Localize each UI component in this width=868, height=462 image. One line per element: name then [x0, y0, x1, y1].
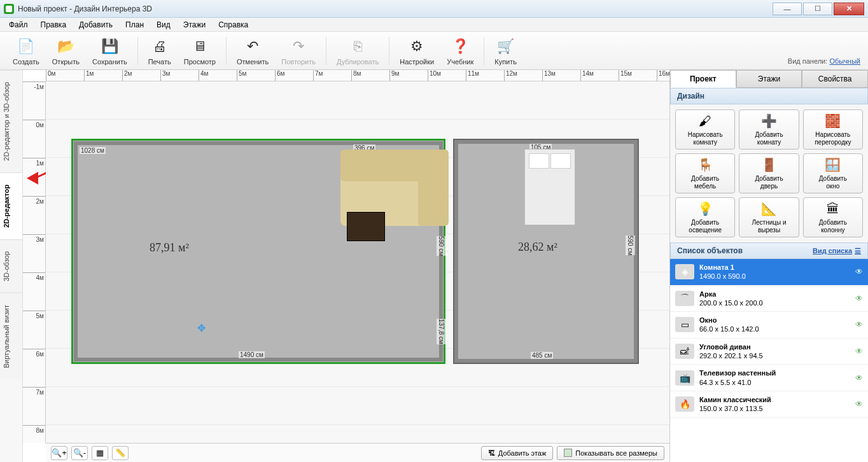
maximize-button[interactable]: ☐ — [803, 3, 832, 15]
tool-icon: ⎘ — [347, 36, 368, 57]
room-1-area: 87,91 м² — [150, 241, 189, 255]
canvas-footer: 🔍+ 🔍- ▦ 📏 🏗 Добавить этаж Показывать все… — [46, 443, 669, 462]
tool-настройки[interactable]: ⚙Настройки — [393, 35, 440, 67]
object-icon: 📺 — [675, 370, 694, 386]
right-tabs: Проект Этажи Свойства — [670, 70, 868, 88]
room-1[interactable]: 87,91 м² ✥ 1028 см 1490 см 137,8 см 590 … — [71, 139, 445, 364]
object-row-2[interactable]: ▭Окно66.0 x 15.0 x 142.0👁 — [670, 312, 868, 339]
app-icon — [4, 4, 14, 14]
design-icon: 🪟 — [823, 157, 843, 173]
tool-учебник[interactable]: ❓Учебник — [440, 35, 480, 67]
close-button[interactable]: ✕ — [834, 3, 864, 15]
zoom-in-button[interactable]: 🔍+ — [51, 446, 67, 460]
tool-icon: 🖨 — [150, 36, 170, 57]
view-tabs: 2D-редактор и 3D-обзор 2D-редактор 3D-об… — [0, 70, 23, 462]
design-btn-2[interactable]: 🧱Нарисоватьперегородку — [803, 109, 863, 150]
tool-купить[interactable]: 🛒Купить — [488, 35, 523, 67]
tool-просмотр[interactable]: 🖥Просмотр — [178, 35, 222, 67]
tool-icon: ↷ — [288, 36, 309, 57]
design-btn-3[interactable]: 🪑Добавитьмебель — [675, 153, 735, 193]
rtab-project[interactable]: Проект — [670, 70, 736, 88]
tool-icon: 🖥 — [190, 36, 210, 57]
room-2[interactable]: 28,62 м² 485 см 590 см 105 см — [453, 139, 639, 364]
list-view-link[interactable]: Вид списка☰ — [813, 247, 861, 255]
design-icon: ➕ — [759, 113, 778, 129]
design-btn-8[interactable]: 🏛Добавитьколонну — [803, 197, 863, 237]
zoom-out-button[interactable]: 🔍- — [71, 446, 88, 460]
tool-отменить[interactable]: ↶Отменить — [230, 35, 275, 67]
menu-plan[interactable]: План — [119, 19, 150, 31]
tool-открыть[interactable]: 📂Открыть — [46, 35, 86, 67]
object-icon: 🛋 — [675, 344, 694, 359]
menu-view[interactable]: Вид — [150, 19, 177, 31]
tool-icon: ⚙ — [407, 36, 427, 57]
main-area: 2D-редактор и 3D-обзор 2D-редактор 3D-об… — [0, 70, 868, 462]
design-icon: 🧱 — [823, 113, 843, 129]
menu-add[interactable]: Добавить — [73, 19, 119, 31]
design-tools-grid: 🖌Нарисоватькомнату➕Добавитькомнату🧱Нарис… — [670, 104, 868, 242]
object-row-5[interactable]: 🔥Камин классический150.0 x 37.0 x 113.5👁 — [670, 391, 868, 418]
design-btn-4[interactable]: 🚪Добавитьдверь — [739, 153, 799, 193]
rtab-floors[interactable]: Этажи — [736, 70, 802, 88]
visibility-icon[interactable]: 👁 — [855, 400, 863, 409]
tool-сохранить[interactable]: 💾Сохранить — [86, 35, 134, 67]
visibility-icon[interactable]: 👁 — [855, 374, 863, 382]
tool-создать[interactable]: 📄Создать — [6, 35, 46, 67]
menu-file[interactable]: Файл — [3, 19, 34, 31]
room-2-area: 28,62 м² — [518, 241, 557, 254]
object-row-4[interactable]: 📺Телевизор настенный64.3 x 5.5 x 41.0👁 — [670, 365, 868, 391]
design-btn-5[interactable]: 🪟Добавитьокно — [803, 153, 863, 193]
design-btn-1[interactable]: ➕Добавитькомнату — [739, 109, 799, 150]
design-btn-6[interactable]: 💡Добавитьосвещение — [675, 197, 735, 237]
titlebar: Новый проект - Дизайн Интерьера 3D — ☐ ✕ — [0, 0, 868, 18]
vtab-virtual[interactable]: Виртуальный визит — [0, 293, 22, 380]
panel-mode-label: Вид панели: Обычный — [788, 57, 860, 65]
canvas-area: 0м1м2м3м4м5м6м7м8м9м10м11м12м13м14м15м16… — [23, 70, 669, 462]
design-icon: 🖌 — [696, 113, 715, 129]
object-row-0[interactable]: ◈Комната 11490.0 x 590.0👁 — [670, 259, 868, 286]
tool-печать[interactable]: 🖨Печать — [142, 35, 178, 67]
vtab-3d[interactable]: 3D-обзор — [0, 239, 22, 293]
tool-icon: 💾 — [99, 36, 120, 57]
show-dimensions-toggle[interactable]: Показывать все размеры — [557, 446, 664, 460]
design-btn-0[interactable]: 🖌Нарисоватькомнату — [675, 109, 735, 150]
visibility-icon[interactable]: 👁 — [855, 347, 863, 356]
design-icon: 💡 — [696, 200, 715, 217]
vtab-2d-3d[interactable]: 2D-редактор и 3D-обзор — [0, 70, 22, 172]
add-floor-button[interactable]: 🏗 Добавить этаж — [481, 446, 553, 460]
furniture-tv[interactable] — [347, 212, 385, 241]
objects-header: Список объектов Вид списка☰ — [670, 242, 868, 259]
dim-room1-door-h: 137,8 см — [437, 319, 446, 344]
stairs-icon: 🏗 — [488, 449, 495, 457]
menu-help[interactable]: Справка — [212, 19, 255, 31]
tool-icon: ❓ — [450, 36, 470, 57]
visibility-icon[interactable]: 👁 — [855, 320, 863, 329]
tool-дублировать: ⎘Дублировать — [330, 35, 385, 67]
design-btn-7[interactable]: 📐Лестницы ивырезы — [739, 197, 799, 237]
tool-повторить: ↷Повторить — [275, 35, 322, 67]
tool-icon: 📄 — [16, 36, 36, 57]
tool-icon: 📂 — [55, 36, 76, 57]
object-row-3[interactable]: 🛋Угловой диван292.0 x 202.1 x 94.5👁 — [670, 339, 868, 365]
grid-button[interactable]: ▦ — [92, 446, 108, 460]
dim-room2-height: 590 см — [626, 235, 635, 255]
panel-mode-link[interactable]: Обычный — [829, 57, 860, 65]
furniture-bed[interactable] — [524, 149, 575, 225]
visibility-icon[interactable]: 👁 — [855, 267, 863, 276]
annotation-arrow — [27, 172, 38, 185]
measure-button[interactable]: 📏 — [112, 446, 129, 460]
menu-floors[interactable]: Этажи — [177, 19, 212, 31]
dim-room1-top: 1028 см — [80, 147, 106, 154]
object-icon: 🔥 — [675, 396, 694, 412]
object-list: ◈Комната 11490.0 x 590.0👁⌒Арка200.0 x 15… — [670, 259, 868, 462]
menu-edit[interactable]: Правка — [34, 19, 73, 31]
dim-room1-width: 1490 см — [239, 351, 265, 358]
tool-icon: 🛒 — [496, 36, 516, 57]
visibility-icon[interactable]: 👁 — [855, 294, 863, 303]
minimize-button[interactable]: — — [773, 3, 802, 15]
rtab-props[interactable]: Свойства — [802, 70, 868, 88]
design-icon: 🪑 — [696, 157, 715, 173]
floorplan-canvas[interactable]: 87,91 м² ✥ 1028 см 1490 см 137,8 см 590 … — [46, 81, 669, 443]
object-row-1[interactable]: ⌒Арка200.0 x 15.0 x 200.0👁 — [670, 286, 868, 312]
vtab-2d[interactable]: 2D-редактор — [0, 172, 22, 239]
